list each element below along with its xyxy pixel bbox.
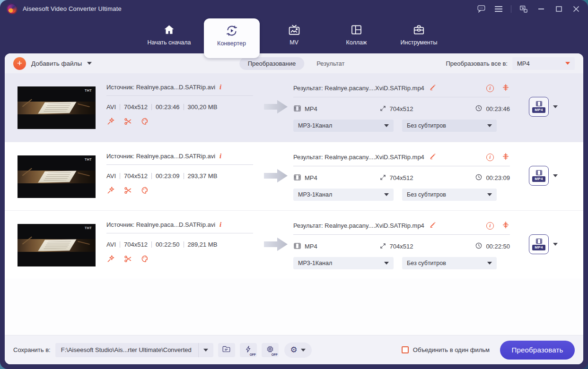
edit-effects-icon[interactable] [106,117,116,126]
result-info: Результат: Realnye.pacany....XviD.SATRip… [293,83,510,132]
equalizer-icon[interactable] [501,152,510,162]
source-size: 300,20 MB [188,103,218,111]
equalizer-icon[interactable] [501,221,510,231]
menu-button[interactable] [493,4,504,14]
file-row[interactable]: ТНТ Источник: Realnye.paca...D.SATRip.av… [5,73,583,142]
subtitle-select[interactable]: Без субтитров [402,257,497,269]
profile-format-badge: MP4 [532,107,545,113]
audio-track-select[interactable]: MP3-1Канал [293,189,394,201]
file-row[interactable]: ТНТ Источник: Realnye.paca...D.SATRip.av… [5,142,583,210]
close-icon [573,6,579,12]
output-profile: MP4 [529,234,558,254]
rename-pencil-icon[interactable] [429,83,437,93]
profile-caret-icon[interactable] [553,243,558,246]
convert-all-caret-icon [565,62,570,65]
palette-icon[interactable] [140,117,150,126]
edit-effects-icon[interactable] [106,186,116,195]
resolution-expand-icon [379,105,386,113]
open-folder-button[interactable] [218,343,235,357]
palette-icon[interactable] [140,254,150,264]
cut-icon[interactable] [123,254,133,264]
settings-button[interactable]: ⚙ [284,343,312,358]
high-speed-toggle[interactable]: OFF [240,343,257,357]
audio-caret-icon [384,193,389,196]
tv-icon [288,23,301,37]
merge-option[interactable]: Объединить в один фильм [402,346,490,353]
feedback-bubble-icon [477,5,486,13]
tab-conversion[interactable]: Преобразование [239,57,305,70]
tab-tools[interactable]: Инструменты [391,17,447,53]
convert-all-label: Преобразовать все в: [446,60,508,67]
maximize-button[interactable] [553,4,564,14]
result-filename: Результат: Realnye.pacany....XviD.SATRip… [293,85,424,92]
convert-arrow-icon [264,99,288,115]
thumbnail-frame [18,239,96,252]
equalizer-icon[interactable] [501,83,510,93]
minimize-button[interactable] [536,4,546,14]
subtitle-caret-icon [487,124,492,127]
source-info-icon[interactable]: i [219,221,221,229]
feedback-button[interactable] [476,4,486,14]
cut-icon[interactable] [123,186,133,195]
clock-icon [475,104,483,113]
out-resolution: 704x512 [390,105,413,112]
tab-collage[interactable]: Коллаж [329,17,385,53]
gpu-accel-toggle[interactable]: OFF [262,343,279,357]
source-info-icon[interactable]: i [219,83,221,91]
subtitle-value: Без субтитров [407,191,446,198]
convert-button[interactable]: Преобразовать [500,341,575,360]
out-resolution: 704x512 [390,243,413,250]
title-bar: Aiseesoft Video Converter Ultimate [0,0,588,17]
profile-format-badge: MP4 [532,245,545,250]
palette-icon[interactable] [140,186,150,195]
edit-effects-icon[interactable] [106,254,116,264]
save-path-value: F:\Aiseesoft Studio\Ais...rter Ultimate\… [55,346,197,353]
save-path-select[interactable]: F:\Aiseesoft Studio\Ais...rter Ultimate\… [55,343,213,357]
out-duration: 00:23:09 [486,174,510,181]
convert-all-select[interactable]: MP4 [512,57,575,70]
add-files-button[interactable]: + Добавить файлы [13,57,92,70]
profile-button[interactable]: MP4 [529,234,549,254]
audio-caret-icon [384,124,389,127]
profile-button[interactable]: MP4 [529,166,549,186]
thumbnail-frame [18,102,96,114]
info-circle-icon[interactable]: i [486,85,494,92]
profile-caret-icon[interactable] [553,174,558,177]
app-logo-icon [7,3,18,14]
result-filename: Результат: Realnye.pacany....XviD.SATRip… [293,222,424,229]
tab-converter[interactable]: Конвертер [204,18,260,58]
close-button[interactable] [571,4,581,14]
subtitle-value: Без субтитров [407,260,446,266]
info-circle-icon[interactable]: i [486,154,494,161]
audio-track-select[interactable]: MP3-1Канал [293,120,394,132]
divider [293,97,510,97]
profile-caret-icon[interactable] [553,105,558,108]
source-filename: Источник: Realnye.paca...D.SATRip.avi [106,84,215,91]
out-duration: 00:23:46 [486,105,510,112]
info-circle-icon[interactable]: i [486,222,494,230]
tab-restart[interactable]: Начать сначала [141,17,197,53]
tab-mv[interactable]: MV [266,17,322,53]
resolution-expand-icon [379,174,386,182]
gpu-accel-off-label: OFF [272,353,278,356]
profile-button[interactable]: MP4 [529,97,549,117]
subtitle-select[interactable]: Без субтитров [402,120,497,132]
merge-checkbox[interactable] [402,346,409,353]
subtitle-caret-icon [487,262,492,265]
mini-mode-button[interactable] [518,4,529,14]
view-tabs: Преобразование Результат [239,57,345,70]
file-row[interactable]: ТНТ Источник: Realnye.paca...D.SATRip.av… [5,210,583,279]
tab-result[interactable]: Результат [316,60,344,67]
list-toolbar: + Добавить файлы Преобразование Результа… [5,53,583,73]
add-files-caret-icon [87,62,92,65]
mini-mode-icon [519,5,528,13]
audio-track-select[interactable]: MP3-1Канал [293,257,394,269]
rename-pencil-icon[interactable] [429,152,437,162]
cut-icon[interactable] [123,117,133,126]
source-info-icon[interactable]: i [219,152,221,160]
audio-track-value: MP3-1Канал [298,260,332,266]
window-title: Aiseesoft Video Converter Ultimate [23,5,122,12]
thumbnail-frame [18,171,96,183]
subtitle-select[interactable]: Без субтитров [402,189,497,201]
rename-pencil-icon[interactable] [429,221,437,230]
